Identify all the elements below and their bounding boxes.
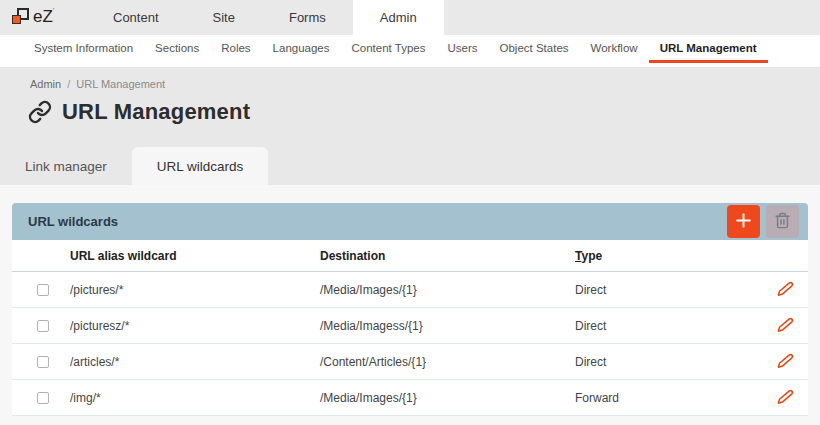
edit-wildcard-button[interactable] [775, 387, 796, 408]
url-wildcards-panel-header: URL wildcards [12, 203, 808, 240]
plus-icon [734, 211, 753, 233]
top-nav-site[interactable]: Site [186, 0, 262, 35]
cell-destination: /Media/Imagess/{1} [320, 319, 575, 333]
breadcrumb-separator: / [67, 78, 70, 90]
top-nav-content[interactable]: Content [86, 0, 186, 35]
column-header-destination: Destination [320, 249, 575, 263]
admin-nav-url-management[interactable]: URL Management [649, 35, 768, 63]
pencil-icon [777, 281, 794, 298]
admin-nav-users[interactable]: Users [436, 35, 488, 63]
delete-wildcard-button[interactable] [766, 205, 799, 238]
admin-nav-system-information[interactable]: System Information [23, 35, 144, 63]
admin-nav-roles[interactable]: Roles [210, 35, 261, 63]
cell-wildcard: /pictures/* [70, 283, 320, 297]
tab-bar: Link manager URL wildcards [0, 147, 820, 185]
link-icon [28, 100, 52, 124]
add-wildcard-button[interactable] [727, 205, 760, 238]
breadcrumb-admin[interactable]: Admin [30, 78, 61, 90]
panel-title: URL wildcards [28, 214, 118, 229]
tab-url-wildcards[interactable]: URL wildcards [132, 147, 269, 185]
admin-nav-object-states[interactable]: Object States [489, 35, 580, 63]
table-row: /picturesz/* /Media/Imagess/{1} Direct [12, 308, 808, 344]
table-row: /img/* /Media/Images/{1} Forward [12, 380, 808, 416]
breadcrumb: Admin/URL Management [0, 67, 820, 90]
panel-actions [727, 205, 799, 238]
admin-nav-languages[interactable]: Languages [262, 35, 341, 63]
row-checkbox[interactable] [37, 356, 49, 368]
trash-icon [774, 212, 791, 232]
pencil-icon [777, 389, 794, 406]
page-title-row: URL Management [0, 90, 820, 125]
edit-wildcard-button[interactable] [775, 279, 796, 300]
page-title: URL Management [62, 99, 250, 125]
admin-sub-nav: System Information Sections Roles Langua… [0, 35, 820, 67]
cell-destination: /Media/Images/{1} [320, 283, 575, 297]
admin-nav-content-types[interactable]: Content Types [341, 35, 437, 63]
row-checkbox[interactable] [37, 284, 49, 296]
content-area: URL wildcards [0, 185, 820, 416]
row-checkbox[interactable] [37, 392, 49, 404]
main-nav: Content Site Forms Admin [86, 0, 444, 35]
cell-type: Direct [575, 355, 762, 369]
cell-wildcard: /img/* [70, 391, 320, 405]
edit-wildcard-button[interactable] [775, 315, 796, 336]
table-row: /articles/* /Content/Articles/{1} Direct [12, 344, 808, 380]
ez-logo[interactable]: eZ’ [0, 0, 86, 35]
column-header-type: Type [575, 249, 762, 263]
page-header: Admin/URL Management URL Management Link… [0, 67, 820, 185]
url-wildcards-table: URL alias wildcard Destination Type /pic… [12, 240, 808, 416]
admin-nav-sections[interactable]: Sections [144, 35, 210, 63]
admin-nav-workflow[interactable]: Workflow [580, 35, 649, 63]
ez-logo-trademark: ’ [53, 7, 55, 14]
cell-destination: /Content/Articles/{1} [320, 355, 575, 369]
column-header-wildcard: URL alias wildcard [70, 249, 320, 263]
cell-type: Direct [575, 283, 762, 297]
ez-logo-text: eZ [33, 7, 53, 27]
cell-wildcard: /picturesz/* [70, 319, 320, 333]
tab-link-manager[interactable]: Link manager [0, 147, 132, 185]
top-bar: eZ’ Content Site Forms Admin [0, 0, 820, 35]
top-nav-admin[interactable]: Admin [353, 0, 444, 35]
cell-destination: /Media/Images/{1} [320, 391, 575, 405]
edit-wildcard-button[interactable] [775, 351, 796, 372]
table-row: /pictures/* /Media/Images/{1} Direct [12, 272, 808, 308]
cell-wildcard: /articles/* [70, 355, 320, 369]
cell-type: Forward [575, 391, 762, 405]
cell-type: Direct [575, 319, 762, 333]
table-header-row: URL alias wildcard Destination Type [12, 240, 808, 272]
row-checkbox[interactable] [37, 320, 49, 332]
breadcrumb-current: URL Management [76, 78, 165, 90]
pencil-icon [777, 353, 794, 370]
ez-logo-icon [12, 7, 29, 25]
pencil-icon [777, 317, 794, 334]
top-nav-forms[interactable]: Forms [262, 0, 353, 35]
